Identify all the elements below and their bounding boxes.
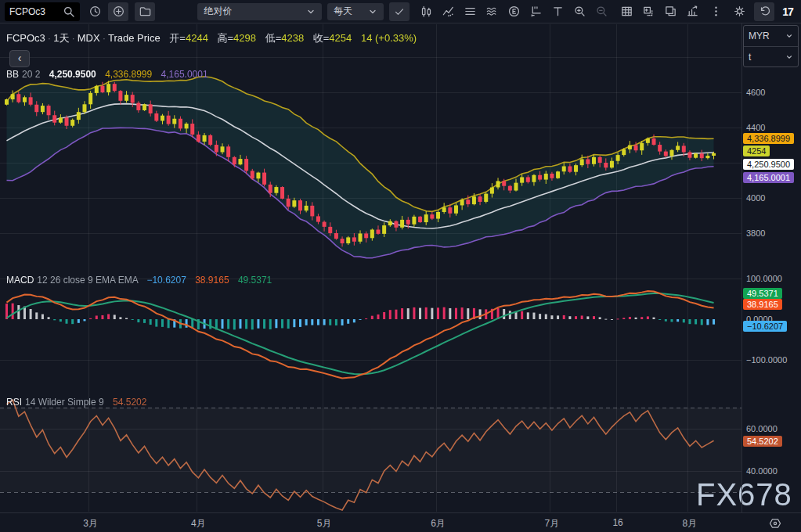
chevron-down-icon [785,53,793,61]
text-tool-button[interactable] [547,2,568,21]
symbol-name: FCPOc3 [6,32,45,44]
search-icon [63,5,75,18]
time-axis-label: 4月 [191,517,206,530]
time-axis-label: 8月 [683,517,698,530]
zoom-in-icon [573,5,586,18]
tradingview-logo-text: 17 [782,5,793,18]
high-value: 4298 [233,32,256,44]
scale-tick: 40.0000 [746,466,778,476]
axis-settings-button[interactable] [525,2,546,21]
back-button[interactable]: ‹ [9,50,30,67]
change-value: 14 (+0.33%) [361,32,417,44]
symbol-info-bar[interactable]: FCPOc3·1天·MDX·Trade Price 开=4244 高=4298 … [6,31,417,45]
undo-icon [758,5,771,18]
multi-indicator-button[interactable] [482,2,502,21]
scale-tick: −100.0000 [746,355,787,365]
bb-basis-value: 4,250.9500 [49,69,96,80]
time-axis[interactable]: 3月4月5月6月7月168月 [0,512,801,532]
unit-value: t [749,52,785,63]
e-circle-icon [507,5,521,18]
unit-selector-box: MYR t [743,25,799,67]
chevron-down-icon [785,32,793,40]
undo-button[interactable] [754,2,774,21]
price-mode-value: 绝对价 [204,5,303,18]
screenshot-icon [642,5,655,18]
currency-dropdown[interactable]: MYR [744,26,798,46]
bb-legend[interactable]: BB20 2 4,250.9500 4,336.8999 4,165.0001 [6,69,208,80]
confirm-button[interactable] [389,2,410,21]
price-badge: 4,165.0001 [743,172,794,183]
chevron-down-icon [306,7,316,16]
scale-mode-button[interactable] [766,516,785,531]
time-axis-label: 6月 [431,517,446,530]
indicators-icon [442,5,455,18]
macd-signal-value: 49.5371 [238,275,272,286]
rsi-legend[interactable]: RSI14 Wilder Simple 9 54.5202 [6,397,146,408]
interval-dropdown[interactable]: 每天 [327,3,384,20]
close-label: 收= [313,32,330,44]
clock-icon [88,5,102,18]
open-value: 4244 [186,32,208,44]
scale-tick: 4400 [746,123,765,132]
zoom-out-button[interactable] [591,2,612,21]
bb-lower-value: 4,165.0001 [161,69,208,80]
bb-upper-value: 4,336.8999 [105,69,152,80]
templates-icon [464,5,477,18]
macd-line-value: 38.9165 [195,275,229,286]
duplicate-icon [664,5,677,18]
rsi-value: 54.5202 [113,397,146,408]
gear-icon [733,5,746,18]
report-button[interactable] [682,2,702,21]
duplicate-button[interactable] [660,2,680,21]
price-badge: 4254 [743,146,770,156]
scale-tick: 60.0000 [746,424,778,433]
close-value: 4254 [329,32,352,44]
macd-hist-value: −10.6207 [146,275,186,286]
scale-tick: 3800 [746,228,765,238]
economy-button[interactable] [503,2,524,21]
symbol-search-input[interactable]: FCPOc3 [5,2,80,21]
check-icon [393,5,406,18]
macd-legend[interactable]: MACD12 26 close 9 EMA EMA −10.6207 38.91… [6,275,272,286]
axis-settings-icon [529,5,543,18]
unit-dropdown[interactable]: t [744,46,798,66]
data-table-button[interactable] [616,2,637,21]
price-badge: 49.5371 [743,288,782,299]
open-layout-button[interactable] [135,2,155,21]
tradingview-logo[interactable]: 17 [778,2,798,21]
symbol-search-value: FCPOc3 [9,6,63,17]
price-badge: 4,336.8999 [743,133,794,144]
folder-icon [139,5,152,18]
scale-tick: 100.0000 [746,274,782,283]
price-badge: −10.6207 [743,321,787,332]
scale-tick: 4000 [746,193,765,203]
price-badge: 38.9165 [743,299,782,310]
settings-button[interactable] [729,2,749,21]
fx678-watermark: FX678 [696,477,792,512]
templates-button[interactable] [460,2,480,21]
interval-value: 每天 [334,5,365,18]
more-icon [709,5,723,18]
price-mode-dropdown[interactable]: 绝对价 [197,3,322,20]
history-clock-button[interactable] [85,2,105,21]
symbol-series: Trade Price [108,32,161,44]
bar-report-icon [686,5,699,18]
chart-style-button[interactable] [416,2,436,21]
price-badge: 54.5202 [743,436,782,447]
indicators-button[interactable] [438,2,458,21]
top-toolbar: FCPOc3 绝对价 每天 [0,0,801,23]
compare-add-button[interactable] [108,2,128,21]
symbol-interval: 1天 [53,32,69,44]
zoom-in-button[interactable] [569,2,590,21]
table-icon [620,5,633,18]
price-scale[interactable]: MYR t 4600440040003800100.00000.0000−100… [742,23,801,512]
chevron-down-icon [368,7,377,16]
high-label: 高= [217,32,233,44]
candles-icon [420,5,433,18]
waves-icon [485,5,499,18]
add-circle-icon [112,5,125,18]
low-value: 4238 [281,32,304,44]
screenshot-button[interactable] [638,2,658,21]
hexagon-target-icon [768,516,782,530]
more-options-button[interactable] [705,2,726,21]
